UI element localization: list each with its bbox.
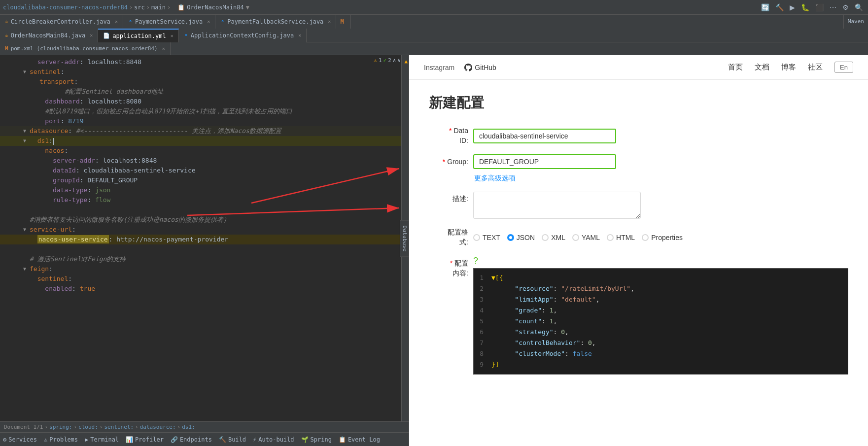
endpoints-btn[interactable]: 🔗 Endpoints [171, 436, 212, 443]
profiler-icon: 📊 [126, 436, 133, 443]
fold-arrow-4[interactable]: ▼ [23, 225, 26, 235]
tab-applicationyml[interactable]: 📄 application.yml ✕ [98, 29, 178, 42]
refresh-btn[interactable]: 🔄 [759, 2, 771, 12]
radio-html[interactable]: HTML [607, 234, 635, 241]
code-line: sentinel: [0, 274, 401, 284]
more-options-link[interactable]: 更多高级选项 [474, 174, 848, 183]
group-input[interactable] [473, 154, 616, 169]
tab-paymentfallback[interactable]: ⚬ PaymentFallbackService.java ✕ [215, 15, 336, 29]
build-btn-bottom[interactable]: 🔨 Build [219, 436, 246, 443]
tab-paymentservice[interactable]: ⚬ PaymentService.java ✕ [123, 15, 215, 29]
spring-btn[interactable]: 🌱 Spring [301, 436, 332, 443]
code-editor-browser[interactable]: 1 ▼ [{ 2 "resource": "/rateLimit/byUrl",… [473, 268, 848, 375]
tab-appcontext[interactable]: ⚬ ApplicationContextConfig.java ✕ [179, 29, 307, 42]
code-line: ▼ service-url: [0, 225, 401, 235]
instagram-link[interactable]: Instagram [424, 64, 454, 71]
config-content-area: ? 1 ▼ [{ 2 "resource": "/rateLim [473, 256, 848, 375]
tab-ordermain[interactable]: ☕ OrderNacosMain84.java ✕ [0, 29, 98, 42]
code-line: ▼ datasource: #<------------------------… [0, 126, 401, 136]
java-icon: ☕ [5, 18, 8, 25]
close-icon-4[interactable]: ✕ [90, 33, 93, 38]
terminal-btn[interactable]: ▶ Terminal [85, 436, 119, 443]
debug-btn[interactable]: 🐛 [799, 2, 811, 12]
warning-icon: ⚠ [374, 57, 377, 64]
desc-row: 描述: [429, 192, 848, 219]
lang-btn[interactable]: En [834, 62, 853, 73]
code-line [0, 244, 401, 254]
radio-yaml[interactable]: YAML [572, 234, 600, 241]
maven-tab[interactable]: Maven [843, 15, 868, 29]
desc-textarea[interactable] [473, 192, 641, 219]
tabs-row-3: M pom.xml (cloudalibaba-consumer-nacos-o… [0, 42, 868, 55]
settings-btn[interactable]: ⚙ [840, 2, 851, 12]
event-log-btn[interactable]: 📋 Event Log [339, 436, 380, 443]
code-line: nacos: [0, 146, 401, 156]
radio-properties[interactable]: Properties [642, 234, 683, 241]
toolbar-actions: 🔄 🔨 ▶ 🐛 ⬛ ⋯ ⚙ 🔍 [759, 2, 865, 12]
radio-json[interactable]: JSON [507, 234, 535, 241]
code-line [0, 205, 401, 215]
code-line-2: 2 "resource": "/rateLimit/byUrl", [474, 283, 848, 294]
code-line-8: 8 "clusterMode": false [474, 348, 848, 359]
fold-arrow-3[interactable]: ▼ [23, 136, 26, 146]
code-editor[interactable]: server-addr: localhost:8848 ▼ sentinel: … [0, 55, 401, 421]
problems-icon: ⚠ [44, 436, 47, 443]
fold-arrow-5[interactable]: ▼ [23, 264, 26, 274]
close-icon[interactable]: ✕ [115, 19, 118, 24]
data-id-input[interactable] [473, 129, 616, 143]
code-line: server-addr: localhost:8848 [0, 57, 401, 67]
problems-btn[interactable]: ⚠ Problems [44, 436, 78, 443]
bottom-toolbar: ⚙ Services ⚠ Problems ▶ Terminal 📊 Profi… [0, 432, 409, 446]
spring-icon: 🌱 [301, 436, 309, 443]
page-content: 新建配置 * DataID: * Group: 更多高级选项 [409, 80, 868, 446]
top-breadcrumb-bar: cloudalibaba-consumer-nacos-order84 › sr… [0, 0, 868, 15]
editor-area: ⚠ 1 ✓ 2 ∧ ∨ server-addr: localhost:8848 [0, 55, 409, 421]
code-line: dashboard: localhost:8080 [0, 97, 401, 106]
stop-btn[interactable]: ⬛ [813, 2, 826, 12]
close-icon-7[interactable]: ✕ [162, 46, 165, 51]
more-btn[interactable]: ⋯ [828, 2, 838, 12]
tab-pomxml[interactable]: M pom.xml (cloudalibaba-consumer-nacos-o… [0, 42, 171, 55]
code-line: #默认8719端口，假如被占用会自动从8719开始依次+1扫描，直至找到未被占用… [0, 106, 401, 116]
auto-build-icon: ⚡ [253, 436, 256, 443]
nav-left: Instagram GitHub [424, 64, 496, 71]
tab-circlebreaker[interactable]: ☕ CircleBreakerController.java ✕ [0, 15, 123, 29]
close-icon-3[interactable]: ✕ [328, 19, 331, 24]
build-btn[interactable]: 🔨 [773, 2, 786, 12]
radio-xml[interactable]: XML [542, 234, 565, 241]
radio-circle-properties [642, 234, 649, 241]
radio-text[interactable]: TEXT [473, 234, 500, 241]
page-title: 新建配置 [429, 94, 848, 112]
database-tab[interactable]: Database [400, 220, 409, 257]
code-line: port: 8719 [0, 116, 401, 126]
fold-arrow[interactable]: ▼ [23, 67, 26, 77]
close-icon-5[interactable]: ✕ [171, 33, 174, 38]
nav-home[interactable]: 首页 [728, 63, 743, 72]
config-toolbar: ? [473, 256, 848, 266]
github-link[interactable]: GitHub [464, 64, 496, 71]
desc-label: 描述: [429, 192, 468, 204]
close-icon-2[interactable]: ✕ [207, 19, 210, 24]
code-line: rule-type: flow [0, 195, 401, 205]
question-icon[interactable]: ? [473, 256, 478, 266]
services-btn[interactable]: ⚙ Services [3, 436, 37, 443]
java-icon-2: ⚬ [128, 18, 133, 25]
tabs-row-1: ☕ CircleBreakerController.java ✕ ⚬ Payme… [0, 15, 868, 29]
code-line: transport: [0, 77, 401, 87]
fold-arrow-2[interactable]: ▼ [23, 126, 26, 136]
group-label: * Group: [429, 158, 468, 166]
browser-panel: Instagram GitHub 首页 文档 博客 社区 En 新建配置 [409, 55, 868, 446]
run-btn[interactable]: ▶ [788, 2, 797, 12]
close-icon-6[interactable]: ✕ [298, 33, 301, 38]
code-line-7: 7 "controlBehavior": 0, [474, 338, 848, 348]
build-icon: 🔨 [219, 436, 226, 443]
profiler-btn[interactable]: 📊 Profiler [126, 436, 164, 443]
nav-community[interactable]: 社区 [808, 63, 823, 72]
auto-build-btn[interactable]: ⚡ Auto-build [253, 436, 294, 443]
code-line: dataId: cloudalibaba-sentinel-service [0, 166, 401, 175]
tab-maven[interactable]: M [336, 15, 351, 29]
search-btn[interactable]: 🔍 [853, 2, 865, 12]
nav-docs[interactable]: 文档 [755, 63, 769, 72]
nav-blog[interactable]: 博客 [781, 63, 796, 72]
terminal-icon: ▶ [85, 436, 88, 443]
